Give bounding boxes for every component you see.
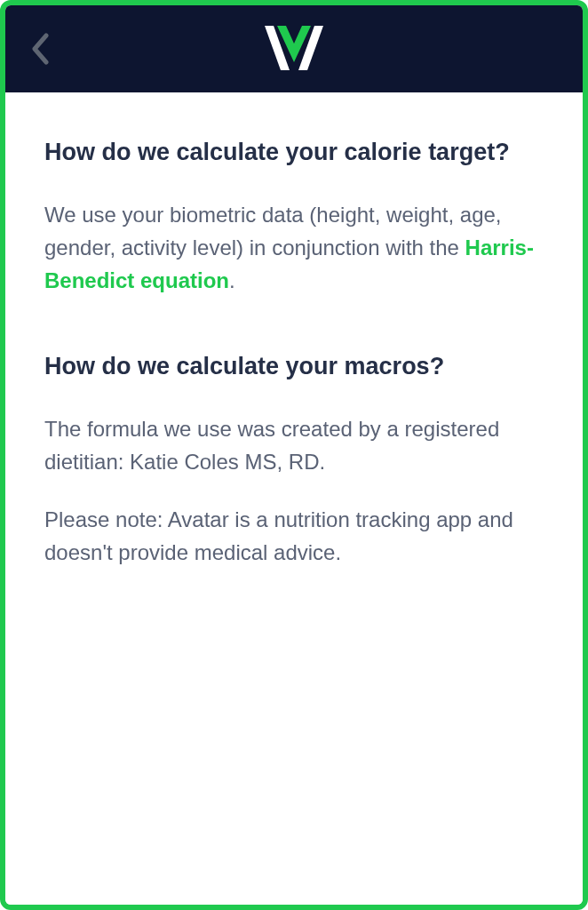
calorie-body-prefix: We use your biometric data (height, weig…: [44, 203, 502, 259]
macros-body-text-2: Please note: Avatar is a nutrition track…: [44, 503, 544, 569]
macros-body-text-1: The formula we use was created by a regi…: [44, 412, 544, 478]
content-area: How do we calculate your calorie target?…: [5, 92, 583, 905]
macros-heading: How do we calculate your macros?: [44, 351, 544, 382]
app-frame: How do we calculate your calorie target?…: [0, 0, 588, 910]
calorie-heading: How do we calculate your calorie target?: [44, 137, 544, 168]
avatar-logo-icon: [258, 21, 330, 76]
logo-container: [258, 21, 330, 76]
chevron-left-icon: [30, 33, 50, 65]
calorie-body-text: We use your biometric data (height, weig…: [44, 198, 544, 298]
calorie-body-suffix: .: [229, 268, 235, 292]
header-bar: [5, 5, 583, 92]
back-button[interactable]: [23, 26, 57, 72]
